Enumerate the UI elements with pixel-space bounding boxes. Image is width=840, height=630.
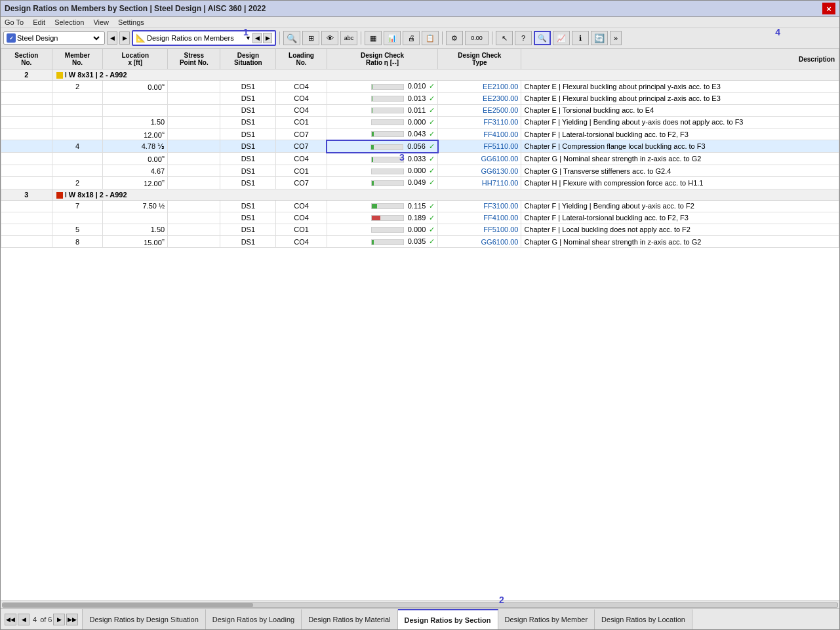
table-row[interactable]: DS1 CO4 0.189 ✓ FF4100.00 Chapter F | La… — [1, 212, 839, 224]
steel-design-select[interactable] — [91, 33, 102, 43]
checktype-col: FF3110.00 — [438, 116, 521, 128]
toolbar-btn-search[interactable]: 🔍 — [534, 31, 551, 45]
toolbar-btn-grid[interactable]: ▦ — [365, 31, 382, 45]
section-header-row: 2 IW 8x31 | 2 - A992 — [1, 69, 839, 81]
close-button[interactable]: × — [822, 3, 835, 14]
menu-settings[interactable]: Settings — [118, 18, 144, 26]
section-col — [1, 235, 52, 248]
toolbar-btn-chart2[interactable]: 📈 — [553, 31, 570, 45]
stress-col — [168, 128, 220, 140]
location-col: 0.00≈ — [103, 153, 168, 165]
page-first-btn[interactable]: ◀◀ — [5, 614, 16, 625]
nav-next-btn[interactable]: ▶ — [119, 31, 130, 45]
description-col: Chapter F | Local buckling does not appl… — [521, 224, 839, 235]
toolbar-btn-print[interactable]: 🖨 — [403, 31, 420, 45]
table-wrapper[interactable]: SectionNo. MemberNo. Locationx [ft] Stre… — [1, 49, 839, 600]
member-col — [52, 116, 103, 128]
toolbar-btn-info[interactable]: ℹ — [572, 31, 589, 45]
scrollbar-track[interactable] — [2, 602, 838, 608]
member-col — [52, 92, 103, 104]
table-row[interactable]: 8 15.00≈ DS1 CO4 0.035 ✓ GG6100.00 Chapt… — [1, 235, 839, 248]
menu-view[interactable]: View — [93, 18, 109, 26]
member-col — [52, 165, 103, 177]
toolbar-btn-update[interactable]: 🔄 — [591, 31, 608, 45]
table-row[interactable]: 5 1.50 DS1 CO1 0.000 ✓ FF5100.00 Chapter… — [1, 224, 839, 235]
location-col: 15.00≈ — [103, 235, 168, 248]
checktype-col: EE2100.00 — [438, 81, 521, 93]
toolbar-btn-settings[interactable]: ⚙ — [446, 31, 463, 45]
page-last-btn[interactable]: ▶▶ — [66, 614, 78, 625]
horizontal-scrollbar[interactable] — [1, 600, 839, 608]
stress-col — [168, 81, 220, 93]
section-col — [1, 224, 52, 235]
section-col — [1, 200, 52, 212]
annotation-3: 3 — [399, 152, 405, 163]
ratio-value: 0.035 — [408, 237, 426, 245]
ratio-value: 0.049 — [408, 178, 426, 186]
main-content: 3 SectionNo. MemberNo. Locationx [ft] St… — [1, 49, 839, 608]
scrollbar-thumb[interactable] — [3, 603, 253, 607]
toolbar-btn-chart[interactable]: 👁 — [321, 31, 338, 45]
view-nav-next[interactable]: ▶ — [263, 33, 272, 43]
table-row[interactable]: 4 4.78 ⅓ DS1 CO7 0.056 ✓ FF5110.00 Chapt… — [1, 140, 839, 153]
tab-section[interactable]: Design Ratios by Section — [398, 609, 498, 629]
menu-edit[interactable]: Edit — [33, 18, 45, 26]
page-next-btn[interactable]: ▶ — [53, 614, 65, 625]
page-prev-btn[interactable]: ◀ — [18, 614, 30, 625]
col-header-stress: StressPoint No. — [168, 49, 220, 69]
page-of: of 6 — [40, 616, 52, 623]
tab-material[interactable]: Design Ratios by Material — [302, 609, 397, 629]
check-icon: ✓ — [429, 237, 435, 245]
location-col: 1.50 — [103, 224, 168, 235]
section-no: 3 — [1, 189, 52, 200]
table-row[interactable]: DS1 CO4 0.013 ✓ EE2300.00 Chapter E | Fl… — [1, 92, 839, 104]
toolbar-btn-cursor[interactable]: ↖ — [496, 31, 513, 45]
tab-member[interactable]: Design Ratios by Member — [498, 609, 595, 629]
tab-design-situation[interactable]: Design Ratios by Design Situation — [83, 609, 205, 629]
situation-col: DS1 — [220, 200, 276, 212]
table-row[interactable]: DS1 CO4 0.011 ✓ EE2500.00 Chapter E | To… — [1, 104, 839, 116]
table-row[interactable]: 7 7.50 ½ DS1 CO4 0.115 ✓ FF3100.00 Chapt… — [1, 200, 839, 212]
toolbar-btn-export[interactable]: 📊 — [384, 31, 401, 45]
tabs-container: Design Ratios by Design SituationDesign … — [83, 609, 839, 629]
ratio-cell: 0.049 ✓ — [327, 177, 437, 189]
stress-col — [168, 153, 220, 165]
situation-col: DS1 — [220, 177, 276, 189]
tab-location[interactable]: Design Ratios by Location — [595, 609, 692, 629]
table-row[interactable]: 0.00≈ DS1 CO4 0.033 ✓ GG6100.00 Chapter … — [1, 153, 839, 165]
description-col: Chapter E | Torsional buckling acc. to E… — [521, 104, 839, 116]
toolbar-btn-filter[interactable]: 🔍 — [283, 31, 300, 45]
toolbar-btn-table[interactable]: ⊞ — [302, 31, 319, 45]
table-row[interactable]: 1.50 DS1 CO1 0.000 ✓ FF3110.00 Chapter F… — [1, 116, 839, 128]
ratio-cell: 0.043 ✓ — [327, 128, 437, 140]
col-header-member: MemberNo. — [52, 49, 103, 69]
ratio-value: 0.115 — [408, 202, 426, 210]
check-icon: ✓ — [429, 214, 435, 222]
section-col — [1, 81, 52, 93]
menu-selection[interactable]: Selection — [54, 18, 84, 26]
loading-col: CO7 — [276, 177, 327, 189]
toolbar-btn-help[interactable]: ? — [515, 31, 532, 45]
description-col: Chapter F | Lateral-torsional buckling a… — [521, 212, 839, 224]
toolbar-btn-copy[interactable]: 📋 — [422, 31, 439, 45]
stress-col — [168, 235, 220, 248]
tab-loading[interactable]: Design Ratios by Loading — [206, 609, 302, 629]
annotation-1: 1 — [243, 27, 249, 37]
toolbar-btn-value[interactable]: 0.00 — [465, 31, 489, 45]
table-row[interactable]: 2 12.00≈ DS1 CO7 0.049 ✓ HH7110.00 Chapt… — [1, 177, 839, 189]
ratio-cell: 0.011 ✓ — [327, 104, 437, 116]
description-col: Chapter F | Lateral-torsional buckling a… — [521, 128, 839, 140]
loading-col: CO1 — [276, 224, 327, 235]
col-header-location: Locationx [ft] — [103, 49, 168, 69]
menu-goto[interactable]: Go To — [5, 18, 24, 26]
view-nav-prev[interactable]: ◀ — [252, 33, 262, 43]
nav-prev-btn[interactable]: ◀ — [107, 31, 117, 45]
table-row[interactable]: 2 0.00≈ DS1 CO4 0.010 ✓ EE2100.00 Chapte… — [1, 81, 839, 93]
toolbar-btn-more[interactable]: » — [610, 31, 622, 45]
stress-col — [168, 212, 220, 224]
table-row[interactable]: 4.67 DS1 CO1 0.000 ✓ GG6130.00 Chapter G… — [1, 165, 839, 177]
stress-col — [168, 200, 220, 212]
toolbar-separator-2 — [361, 31, 361, 45]
table-row[interactable]: 12.00≈ DS1 CO7 0.043 ✓ FF4100.00 Chapter… — [1, 128, 839, 140]
toolbar-btn-abc[interactable]: abc — [340, 31, 357, 45]
